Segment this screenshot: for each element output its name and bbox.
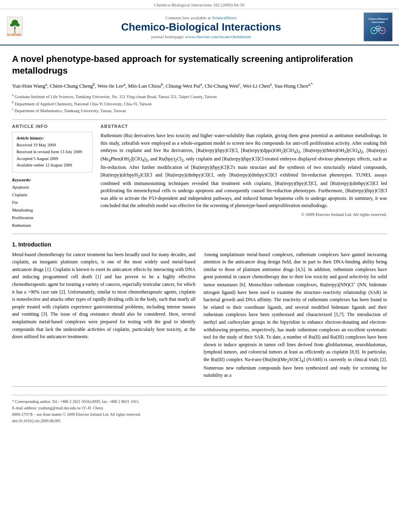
affiliations: a Graduate Institute of Life Sciences, T… bbox=[12, 93, 387, 114]
abstract-header: ABSTRACT bbox=[101, 124, 387, 129]
issn-note: 0009-2797/$ – see front matter © 2009 El… bbox=[12, 411, 387, 418]
email-note: E-mail address: yauhung@mail.tku.edu.tw … bbox=[12, 405, 387, 411]
combined-text: combined bbox=[101, 181, 119, 186]
introduction-columns: Metal-based chemotherapy for cancer trea… bbox=[12, 251, 387, 382]
header-center: Contents lists available at ScienceDirec… bbox=[39, 15, 364, 39]
elsevier-logo: ELSEVIER bbox=[6, 16, 39, 38]
footer-divider bbox=[12, 386, 387, 387]
main-content: A novel phenotype-based approach for sys… bbox=[0, 45, 399, 432]
online-date: Available online 12 August 2009 bbox=[16, 162, 88, 169]
article-title: A novel phenotype-based approach for sys… bbox=[12, 53, 387, 76]
svg-point-5 bbox=[14, 27, 16, 29]
intro-right-column: Among nonplatinum metal-based complexes,… bbox=[204, 251, 387, 382]
contents-available: Contents lists available at ScienceDirec… bbox=[39, 15, 364, 20]
keyword-cisplatin: Cisplatin bbox=[12, 191, 93, 199]
journal-title: Chemico-Biological Interactions bbox=[39, 21, 364, 33]
copyright: © 2009 Elsevier Ireland Ltd. All rights … bbox=[101, 212, 387, 217]
corresponding-author-note: * Corresponding author. Tel.: +886 2 262… bbox=[12, 398, 387, 405]
history-label: Article history: bbox=[16, 136, 88, 140]
received-date: Received 19 May 2009 bbox=[16, 142, 88, 149]
homepage-link[interactable]: www.elsevier.com/locate/chembioint bbox=[185, 34, 251, 39]
svg-point-4 bbox=[16, 23, 20, 27]
keyword-proliferation: Proliferation bbox=[12, 214, 93, 222]
keyword-metallodrug: Metallodrug bbox=[12, 207, 93, 214]
sciencedirect-link[interactable]: ScienceDirect bbox=[212, 15, 237, 20]
accepted-date: Accepted 5 August 2009 bbox=[16, 156, 88, 162]
revised-date: Received in revised form 13 July 2009 bbox=[16, 149, 88, 156]
authors: Yun-Hsin Wanga, Chien-Chung Chengb, Wen-… bbox=[12, 81, 387, 90]
journal-homepage: journal homepage: www.elsevier.com/locat… bbox=[39, 34, 364, 39]
article-history-box: Article history: Received 19 May 2009 Re… bbox=[12, 132, 93, 173]
keyword-fin: Fin bbox=[12, 199, 93, 207]
keyword-ruthenium: Ruthenium bbox=[12, 222, 93, 230]
svg-point-3 bbox=[10, 23, 14, 27]
keyword-apoptosis: Apoptosis bbox=[12, 184, 93, 191]
intro-left-column: Metal-based chemotherapy for cancer trea… bbox=[12, 251, 195, 382]
doi-note: doi:10.1016/j.cbi.2009.08.005 bbox=[12, 418, 387, 424]
section-divider bbox=[12, 119, 387, 120]
article-info-header: ARTICLE INFO bbox=[12, 124, 93, 129]
keywords-box: Keywords: Apoptosis Cisplatin Fin Metall… bbox=[12, 177, 93, 229]
svg-text:ELSEVIER: ELSEVIER bbox=[7, 33, 21, 36]
body-divider bbox=[12, 234, 387, 234]
abstract-column: ABSTRACT Ruthenium (Ru) derivatives have… bbox=[101, 124, 387, 230]
keywords-list: Apoptosis Cisplatin Fin Metallodrug Prol… bbox=[12, 184, 93, 229]
intro-para-right: Among nonplatinum metal-based complexes,… bbox=[204, 251, 387, 379]
page-footer: * Corresponding author. Tel.: +886 2 262… bbox=[12, 395, 387, 424]
section-introduction-title: 1. Introduction bbox=[12, 241, 387, 248]
info-abstract-section: ARTICLE INFO Article history: Received 1… bbox=[12, 124, 387, 230]
journal-citation: Chemico-Biological Interactions 182 (200… bbox=[0, 0, 399, 9]
intro-para-left: Metal-based chemotherapy for cancer trea… bbox=[12, 251, 195, 341]
section-introduction: 1. Introduction Metal-based chemotherapy… bbox=[12, 241, 387, 382]
svg-point-12 bbox=[377, 28, 379, 29]
article-info-column: ARTICLE INFO Article history: Received 1… bbox=[12, 124, 93, 230]
journal-cover-image: Chemico-Biological Interactions bbox=[364, 12, 393, 41]
abstract-text: Ruthenium (Ru) derivatives have less tox… bbox=[101, 132, 387, 210]
svg-point-11 bbox=[381, 30, 383, 31]
keywords-label: Keywords: bbox=[12, 177, 93, 182]
svg-point-10 bbox=[373, 30, 375, 31]
journal-header: ELSEVIER Contents lists available at Sci… bbox=[0, 9, 399, 45]
